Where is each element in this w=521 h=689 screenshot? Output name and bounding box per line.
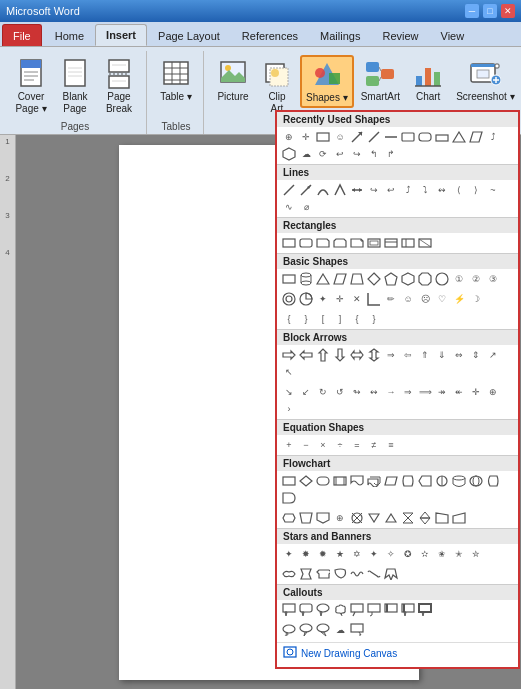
tab-pagelayout[interactable]: Page Layout bbox=[147, 24, 231, 46]
eq-equals[interactable]: = bbox=[349, 437, 365, 453]
tab-file[interactable]: File bbox=[2, 24, 42, 46]
line-elbow[interactable] bbox=[332, 182, 348, 198]
basic-bracket-r[interactable]: ] bbox=[332, 311, 348, 327]
ba-up[interactable] bbox=[315, 347, 331, 363]
line-elbow-arrow[interactable]: ↪ bbox=[366, 182, 382, 198]
co-thought[interactable] bbox=[281, 622, 297, 638]
fc-internal[interactable] bbox=[417, 473, 433, 489]
co-rect[interactable] bbox=[281, 602, 297, 618]
ba-bu[interactable]: ⇑ bbox=[417, 347, 433, 363]
line-2arrow[interactable] bbox=[349, 182, 365, 198]
ba-nw[interactable]: ↖ bbox=[281, 364, 297, 380]
eq-divide[interactable]: ÷ bbox=[332, 437, 348, 453]
ba-bl[interactable]: ⇦ bbox=[400, 347, 416, 363]
clip-art-button[interactable]: ClipArt bbox=[256, 55, 298, 118]
basic-penta[interactable] bbox=[383, 271, 399, 287]
basic-curly-r[interactable]: } bbox=[366, 311, 382, 327]
basic-diamond[interactable] bbox=[366, 271, 382, 287]
shape-rect1[interactable] bbox=[315, 129, 331, 145]
ba-lr[interactable] bbox=[349, 347, 365, 363]
ba-stair[interactable]: ↭ bbox=[366, 384, 382, 400]
ba-right2[interactable]: → bbox=[383, 384, 399, 400]
ba-curve[interactable]: ↻ bbox=[315, 384, 331, 400]
star-32[interactable]: ✮ bbox=[468, 546, 484, 562]
rect-plain[interactable] bbox=[281, 235, 297, 251]
blank-page-button[interactable]: BlankPage bbox=[54, 55, 96, 118]
fc-prep[interactable] bbox=[281, 510, 297, 526]
shape-line1[interactable] bbox=[366, 129, 382, 145]
eq-minus[interactable]: − bbox=[298, 437, 314, 453]
basic-tri[interactable] bbox=[315, 271, 331, 287]
ba-chevron[interactable]: › bbox=[281, 401, 297, 417]
fc-summ[interactable] bbox=[349, 510, 365, 526]
fc-connect[interactable]: ⊕ bbox=[332, 510, 348, 526]
fc-display[interactable] bbox=[485, 473, 501, 489]
rect-round-corner[interactable] bbox=[298, 235, 314, 251]
basic-l-shape[interactable] bbox=[366, 291, 382, 307]
eq-plus[interactable]: + bbox=[281, 437, 297, 453]
ba-down[interactable] bbox=[332, 347, 348, 363]
table-button[interactable]: Table ▾ bbox=[155, 55, 197, 106]
star-7[interactable]: ✦ bbox=[366, 546, 382, 562]
basic-bracket-l[interactable]: [ bbox=[315, 311, 331, 327]
eq-times[interactable]: × bbox=[315, 437, 331, 453]
star-5pt[interactable]: ✸ bbox=[298, 546, 314, 562]
cover-page-button[interactable]: CoverPage ▾ bbox=[10, 55, 52, 118]
shape-left-back[interactable]: ↰ bbox=[366, 146, 382, 162]
fc-process[interactable] bbox=[281, 473, 297, 489]
shape-right-fwd[interactable]: ↱ bbox=[383, 146, 399, 162]
maximize-button[interactable]: □ bbox=[483, 4, 497, 18]
basic-pencil[interactable]: ✏ bbox=[383, 291, 399, 307]
rect-fold[interactable] bbox=[349, 235, 365, 251]
ba-bud[interactable]: ⇕ bbox=[468, 347, 484, 363]
basic-cross2[interactable]: ✛ bbox=[332, 291, 348, 307]
star-24[interactable]: ✭ bbox=[451, 546, 467, 562]
basic-face-smile[interactable]: ☺ bbox=[400, 291, 416, 307]
basic-brace-l[interactable]: { bbox=[281, 311, 297, 327]
co-bent-line[interactable] bbox=[366, 602, 382, 618]
star-6[interactable]: ✡ bbox=[349, 546, 365, 562]
fc-extract[interactable] bbox=[366, 510, 382, 526]
ba-quad[interactable]: ⊕ bbox=[485, 384, 501, 400]
star-5[interactable]: ★ bbox=[332, 546, 348, 562]
co-rect-round[interactable] bbox=[298, 602, 314, 618]
rect-col[interactable] bbox=[400, 235, 416, 251]
new-drawing-canvas-link[interactable]: New Drawing Canvas bbox=[277, 642, 518, 663]
shape-parallelogram[interactable] bbox=[468, 129, 484, 145]
line-dbl-elbow[interactable]: ↩ bbox=[383, 182, 399, 198]
ba-stripedright[interactable]: ⟹ bbox=[417, 384, 433, 400]
fc-merge[interactable] bbox=[383, 510, 399, 526]
line-angle2[interactable]: ⟩ bbox=[468, 182, 484, 198]
ba-right[interactable] bbox=[281, 347, 297, 363]
fc-multidoc[interactable] bbox=[366, 473, 382, 489]
star-12[interactable]: ✫ bbox=[417, 546, 433, 562]
fc-doc[interactable] bbox=[349, 473, 365, 489]
co-box[interactable] bbox=[417, 602, 433, 618]
shape-cloud[interactable]: ☁ bbox=[298, 146, 314, 162]
ba-notch[interactable]: ⇒ bbox=[400, 384, 416, 400]
star-4pt[interactable]: ✦ bbox=[281, 546, 297, 562]
shape-arrow-ne[interactable] bbox=[349, 129, 365, 145]
star-16[interactable]: ✬ bbox=[434, 546, 450, 562]
basic-brace-r[interactable]: } bbox=[298, 311, 314, 327]
shape-cross[interactable]: ✛ bbox=[298, 129, 314, 145]
fc-decision[interactable] bbox=[298, 473, 314, 489]
shape-plus-circle[interactable]: ⊕ bbox=[281, 129, 297, 145]
banner-scroll1[interactable] bbox=[332, 566, 348, 582]
co-cloud2[interactable]: ☁ bbox=[332, 622, 348, 638]
page-break-button[interactable]: PageBreak bbox=[98, 55, 140, 118]
line-curve-arrow[interactable]: ⤴ bbox=[400, 182, 416, 198]
star-burst[interactable]: ✹ bbox=[315, 546, 331, 562]
shape-refresh[interactable]: ⟳ bbox=[315, 146, 331, 162]
chart-button[interactable]: Chart bbox=[407, 55, 449, 106]
line-straight[interactable] bbox=[281, 182, 297, 198]
basic-moon[interactable]: ☽ bbox=[468, 291, 484, 307]
basic-rect[interactable] bbox=[281, 271, 297, 287]
fc-mag-disk[interactable] bbox=[451, 473, 467, 489]
star-8[interactable]: ✧ bbox=[383, 546, 399, 562]
banner-fold[interactable] bbox=[383, 566, 399, 582]
shape-rect4[interactable] bbox=[434, 129, 450, 145]
banner-wave2[interactable] bbox=[366, 566, 382, 582]
screenshot-button[interactable]: Screenshot ▾ bbox=[451, 55, 519, 106]
tab-review[interactable]: Review bbox=[371, 24, 429, 46]
